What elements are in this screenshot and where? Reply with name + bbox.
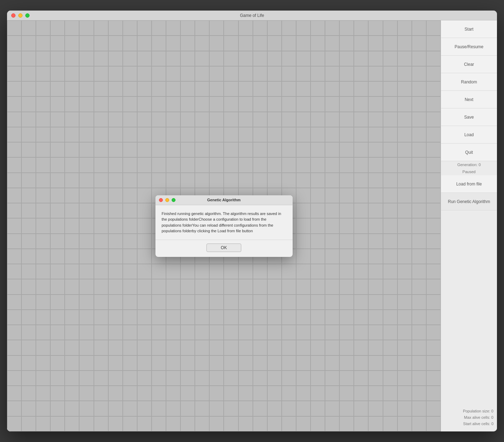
- modal-overlay: Genetic Algorithm Finished running genet…: [7, 20, 441, 431]
- minimize-button[interactable]: [18, 13, 23, 18]
- quit-button[interactable]: Quit: [441, 144, 497, 161]
- clear-button[interactable]: Clear: [441, 56, 497, 73]
- sidebar-spacer: [441, 210, 497, 405]
- modal-footer: OK: [155, 240, 293, 257]
- load-from-file-button[interactable]: Load from file: [441, 175, 497, 193]
- modal-ok-button[interactable]: OK: [206, 244, 241, 252]
- sidebar-info: Population size: 0 Max alive cells: 0 St…: [441, 405, 497, 431]
- genetic-algorithm-dialog: Genetic Algorithm Finished running genet…: [155, 195, 293, 257]
- modal-maximize-button[interactable]: [172, 198, 176, 202]
- window-content: Genetic Algorithm Finished running genet…: [7, 20, 497, 431]
- grid-area: Genetic Algorithm Finished running genet…: [7, 20, 441, 431]
- titlebar: Game of Life: [7, 11, 497, 20]
- main-window: Game of Life Genetic Algorithm Finished …: [7, 11, 497, 431]
- start-alive-cells-label: Start alive cells: 0: [445, 422, 493, 426]
- close-button[interactable]: [11, 13, 15, 18]
- max-alive-cells-label: Max alive cells: 0: [445, 415, 493, 419]
- start-button[interactable]: Start: [441, 20, 497, 38]
- random-button[interactable]: Random: [441, 73, 497, 91]
- paused-status: Paused: [441, 168, 497, 175]
- population-size-label: Population size: 0: [445, 409, 493, 413]
- modal-message: Finished running genetic algorithm. The …: [162, 211, 281, 233]
- maximize-button[interactable]: [25, 13, 30, 18]
- window-title: Game of Life: [240, 13, 264, 18]
- modal-titlebar: Genetic Algorithm: [155, 195, 293, 205]
- run-genetic-algorithm-button[interactable]: Run Genetic Algorithm: [441, 193, 497, 210]
- save-button[interactable]: Save: [441, 108, 497, 126]
- modal-body: Finished running genetic algorithm. The …: [155, 205, 293, 240]
- modal-title: Genetic Algorithm: [207, 198, 241, 202]
- sidebar: Start Pause/Resume Clear Random Next Sav…: [441, 20, 497, 431]
- next-button[interactable]: Next: [441, 91, 497, 108]
- modal-close-button[interactable]: [159, 198, 163, 202]
- pause-resume-button[interactable]: Pause/Resume: [441, 38, 497, 56]
- generation-status: Generation: 0: [441, 161, 497, 168]
- modal-minimize-button[interactable]: [165, 198, 169, 202]
- load-button[interactable]: Load: [441, 126, 497, 144]
